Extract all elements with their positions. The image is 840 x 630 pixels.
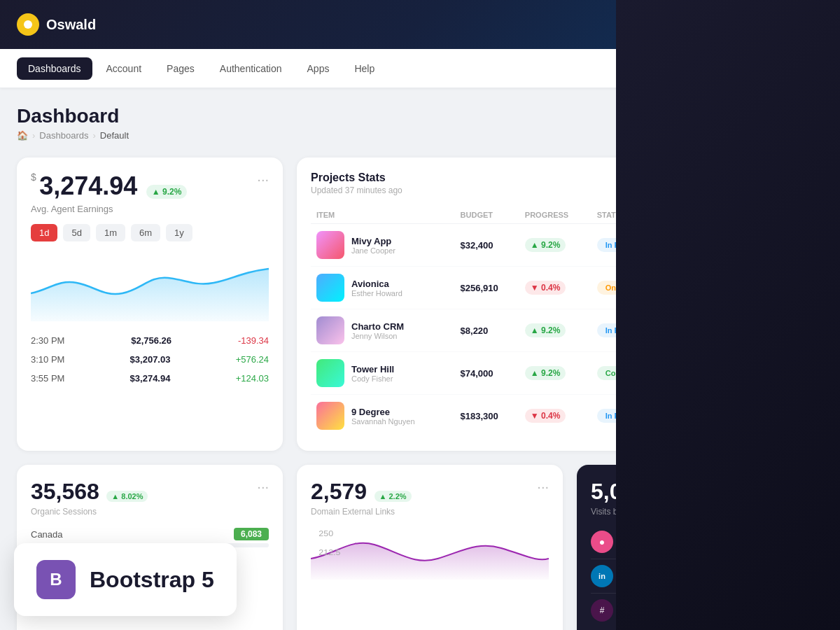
- project-view-2: →: [769, 267, 809, 309]
- top-cards-row: $ 3,274.94 ▲ 9.2% Avg. Agent Earnings ··…: [17, 158, 823, 451]
- slack-icon: #: [591, 599, 613, 622]
- header-actions: New Project Reports: [678, 105, 824, 130]
- new-project-button[interactable]: New Project: [678, 105, 757, 130]
- breadcrumb-sep1: ›: [32, 130, 35, 141]
- project-view-3: →: [769, 309, 809, 352]
- time-filter-5d[interactable]: 5d: [63, 224, 90, 241]
- earnings-badge: ▲ 9.2%: [146, 185, 188, 199]
- project-status-1: In Process: [592, 224, 680, 267]
- change-2: +576.24: [236, 354, 269, 365]
- tab-authentication[interactable]: Authentication: [209, 57, 293, 80]
- time-row-2: 3:10 PM $3,207.03 +576.24: [31, 350, 269, 369]
- col-budget: BUDGET: [455, 206, 519, 224]
- slack-change: ▲ 0.2%: [774, 605, 809, 616]
- project-item-4: Tower Hill Cody Fisher: [311, 352, 455, 395]
- dribbble-change: ▲ 2.6%: [774, 536, 809, 547]
- project-status-2: On Hold: [592, 267, 680, 309]
- linkedin-type: Social Media: [620, 578, 729, 586]
- view-button-3[interactable]: →: [774, 321, 794, 340]
- time-2: 3:10 PM: [31, 354, 64, 365]
- project-person-4: Cody Fisher: [351, 374, 394, 383]
- sessions-badge: ▲ 8.02%: [106, 491, 148, 502]
- project-chart-5: [680, 395, 769, 438]
- view-button-4[interactable]: →: [774, 363, 794, 383]
- view-button-5[interactable]: →: [774, 406, 794, 426]
- amount-1: $2,756.26: [131, 335, 172, 346]
- breadcrumb-current: Default: [100, 130, 129, 141]
- reports-button[interactable]: Reports: [764, 105, 823, 130]
- bootstrap-logo: B: [36, 560, 76, 599]
- tab-help[interactable]: Help: [343, 57, 386, 80]
- project-name-3: Charto CRM: [351, 321, 404, 332]
- social-number: 5,037: [591, 479, 647, 504]
- social-more-button[interactable]: ···: [797, 479, 809, 495]
- tab-dashboards[interactable]: Dashboards: [17, 57, 92, 80]
- project-view-5: →: [769, 395, 809, 438]
- table-row: Avionica Esther Howard $256,910 ▼ 0.4% O…: [311, 267, 809, 309]
- linkedin-icon: in: [591, 565, 613, 587]
- project-person-5: Savannah Nguyen: [351, 417, 415, 426]
- svg-point-1: [733, 18, 741, 27]
- view-button-2[interactable]: →: [774, 278, 794, 298]
- project-progress-2: ▼ 0.4%: [519, 267, 592, 309]
- tab-apps[interactable]: Apps: [296, 57, 341, 80]
- projects-title: Projects Stats: [311, 172, 402, 184]
- project-budget-1: $32,400: [455, 224, 519, 267]
- projects-card: Projects Stats Updated 37 minutes ago Hi…: [297, 158, 823, 451]
- dribbble-icon: ●: [591, 531, 613, 553]
- time-3: 3:55 PM: [31, 373, 64, 384]
- history-button[interactable]: History: [766, 172, 809, 188]
- earnings-card: $ 3,274.94 ▲ 9.2% Avg. Agent Earnings ··…: [17, 158, 283, 451]
- time-filter-1y[interactable]: 1y: [166, 224, 192, 241]
- breadcrumb-home: 🏠: [17, 130, 28, 141]
- tab-account[interactable]: Account: [95, 57, 153, 80]
- change-1: -139.34: [238, 335, 269, 346]
- breadcrumb-dashboards[interactable]: Dashboards: [39, 130, 88, 141]
- time-filter-1d[interactable]: 1d: [31, 224, 57, 241]
- project-item-1: Mivy App Jane Cooper: [311, 224, 455, 267]
- earnings-chart: [31, 251, 269, 321]
- earnings-currency: $: [31, 172, 36, 183]
- project-budget-3: $8,220: [455, 309, 519, 352]
- domain-badge: ▲ 2.2%: [374, 491, 412, 502]
- table-row: Mivy App Jane Cooper $32,400 ▲ 9.2% In P…: [311, 224, 809, 267]
- project-progress-4: ▲ 9.2%: [519, 352, 592, 395]
- social-label: Visits by Social Networks: [591, 507, 692, 517]
- country-value: 6,083: [234, 528, 269, 540]
- project-status-5: In Process: [592, 395, 680, 438]
- linkedin-change: ▼ 0.4%: [774, 570, 809, 582]
- col-status: STATUS: [592, 206, 680, 224]
- user-avatar[interactable]: [725, 13, 749, 36]
- earnings-time-rows: 2:30 PM $2,756.26 -139.34 3:10 PM $3,207…: [31, 331, 269, 388]
- domain-label: Domain External Links: [311, 507, 412, 517]
- search-container[interactable]: 🔍: [686, 57, 823, 79]
- project-view-4: →: [769, 352, 809, 395]
- nav-icon-camera[interactable]: 📷: [624, 13, 648, 36]
- view-button-1[interactable]: →: [774, 235, 794, 255]
- time-filter-1m[interactable]: 1m: [96, 224, 125, 241]
- time-filter-6m[interactable]: 6m: [131, 224, 160, 241]
- invite-button[interactable]: + + Invite: [759, 13, 823, 36]
- project-chart-1: [680, 224, 769, 267]
- amount-3: $3,274.94: [130, 373, 171, 384]
- svg-text:250: 250: [318, 529, 333, 538]
- dribbble-count: 579: [745, 536, 761, 547]
- domain-number: 2,579: [311, 479, 367, 504]
- linkedin-name: Linked In: [620, 567, 729, 578]
- social-rows: ● Dribbble Community 579 ▲ 2.6% in Linke…: [591, 525, 809, 627]
- nav-tabs: Dashboards Account Pages Authentication …: [17, 57, 386, 80]
- tab-pages[interactable]: Pages: [155, 57, 206, 80]
- sessions-more-button[interactable]: ···: [257, 479, 269, 495]
- search-input[interactable]: [715, 63, 813, 74]
- domain-more-button[interactable]: ···: [537, 479, 549, 495]
- nav-icon-grid[interactable]: ⊞: [658, 13, 682, 36]
- nav-icon-share[interactable]: ⋮⋮: [692, 13, 715, 36]
- time-filters: 1d 5d 1m 6m 1y: [31, 224, 269, 241]
- social-row-slack: # Slack 794 ▲ 0.2%: [591, 594, 809, 627]
- page-title: Dashboard: [17, 105, 129, 127]
- project-progress-5: ▼ 0.4%: [519, 395, 592, 438]
- col-chart: CHART: [680, 206, 769, 224]
- earnings-more-button[interactable]: ···: [257, 172, 269, 188]
- project-progress-1: ▲ 9.2%: [519, 224, 592, 267]
- project-budget-2: $256,910: [455, 267, 519, 309]
